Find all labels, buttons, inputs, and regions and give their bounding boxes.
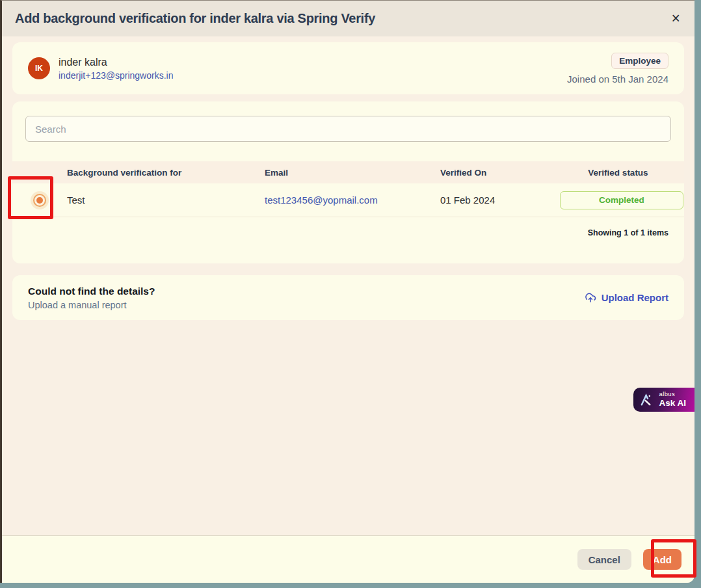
column-header-bgv-for: Background verification for: [67, 168, 265, 178]
row-name: Test: [67, 194, 265, 206]
row-email: test123456@yopmail.com: [265, 194, 440, 206]
column-header-email: Email: [265, 168, 440, 178]
verification-table: Background verification for Email Verifi…: [12, 161, 684, 263]
column-header-verified-on: Verified On: [440, 168, 560, 178]
ask-ai-text: albus Ask AI: [659, 391, 686, 408]
table-header-row: Background verification for Email Verifi…: [12, 161, 684, 183]
row-select-cell: [12, 194, 67, 207]
user-name-block: inder kalra inderjit+123@springworks.in: [59, 57, 173, 81]
verification-table-card: Background verification for Email Verifi…: [12, 101, 684, 263]
page: { "modal": { "title": "Add background ve…: [0, 0, 701, 588]
albus-logo-icon: [639, 392, 654, 407]
user-identity: IK inder kalra inderjit+123@springworks.…: [28, 57, 173, 81]
avatar: IK: [28, 57, 50, 79]
upload-text-block: Could not find the details? Upload a man…: [28, 286, 155, 310]
upload-section: Could not find the details? Upload a man…: [12, 275, 684, 320]
modal-footer: Cancel Add: [2, 535, 694, 583]
upload-heading: Could not find the details?: [28, 286, 155, 297]
user-email: inderjit+123@springworks.in: [59, 70, 173, 81]
status-badge: Completed: [560, 191, 683, 209]
upload-subtext: Upload a manual report: [28, 300, 155, 310]
row-verified-on: 01 Feb 2024: [440, 194, 560, 206]
row-radio-selected[interactable]: [33, 194, 46, 207]
user-card: IK inder kalra inderjit+123@springworks.…: [12, 42, 684, 94]
table-row[interactable]: Test test123456@yopmail.com 01 Feb 2024 …: [12, 183, 684, 217]
ask-ai-brand: albus: [659, 391, 686, 398]
joined-date: Joined on 5th Jan 2024: [567, 74, 668, 85]
upload-report-link[interactable]: Upload Report: [585, 292, 668, 304]
modal-title: Add background verification for inder ka…: [15, 11, 375, 26]
radio-dot: [36, 197, 43, 204]
close-icon[interactable]: ×: [672, 11, 680, 26]
modal-header: Add background verification for inder ka…: [2, 1, 694, 36]
cloud-upload-icon: [585, 292, 596, 304]
column-header-verified-status: Verified status: [560, 168, 684, 178]
search-input[interactable]: [25, 116, 671, 142]
ask-ai-button[interactable]: albus Ask AI: [633, 388, 694, 412]
add-button[interactable]: Add: [643, 549, 681, 570]
user-name: inder kalra: [59, 57, 173, 68]
upload-report-label: Upload Report: [602, 292, 668, 303]
ask-ai-label: Ask AI: [659, 398, 686, 408]
role-badge: Employee: [611, 53, 668, 69]
user-meta: Employee Joined on 5th Jan 2024: [567, 53, 668, 85]
pagination-summary: Showing 1 of 1 items: [12, 217, 684, 263]
cancel-button[interactable]: Cancel: [577, 549, 631, 570]
add-background-verification-modal: Add background verification for inder ka…: [0, 0, 694, 583]
row-status-cell: Completed: [560, 191, 684, 209]
